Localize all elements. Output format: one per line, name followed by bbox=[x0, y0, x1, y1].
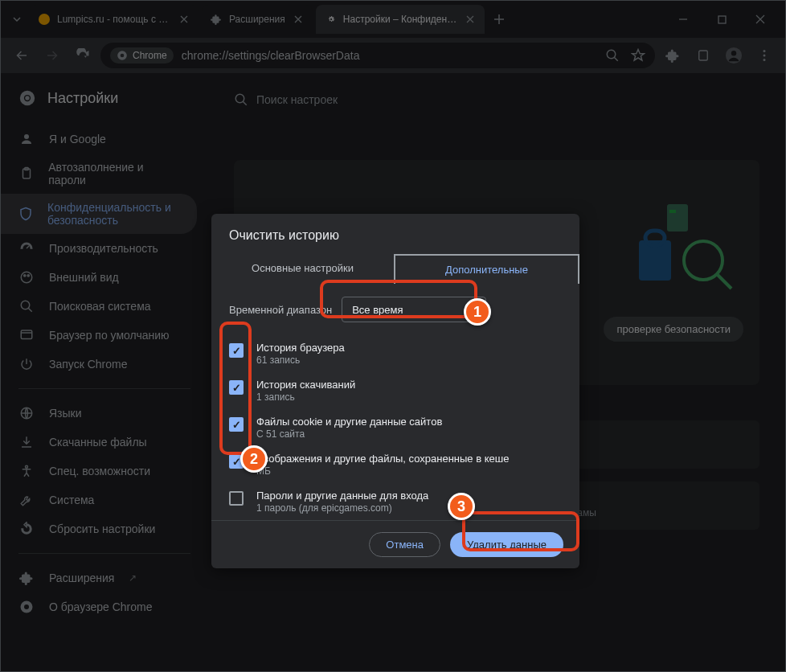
item-title: Файлы cookie и другие данные сайтов bbox=[256, 416, 442, 428]
clear-data-item: Файлы cookie и другие данные сайтовС 51 … bbox=[229, 409, 562, 446]
checkbox[interactable] bbox=[229, 417, 244, 432]
dialog-title: Очистить историю bbox=[211, 214, 579, 254]
checkbox[interactable] bbox=[229, 491, 244, 506]
dialog-footer: Отмена Удалить данные bbox=[211, 520, 579, 568]
checkbox[interactable] bbox=[229, 343, 244, 358]
item-title: История скачиваний bbox=[256, 379, 355, 391]
dialog-tabs: Основные настройки Дополнительные bbox=[211, 254, 579, 284]
time-range-label: Временной диапазон bbox=[229, 304, 332, 316]
item-subtitle: МБ bbox=[256, 465, 509, 477]
item-title: Изображения и другие файлы, сохраненные … bbox=[256, 453, 509, 465]
delete-data-button[interactable]: Удалить данные bbox=[450, 532, 563, 557]
time-range-select[interactable]: Все время bbox=[342, 297, 486, 322]
checkbox[interactable] bbox=[229, 380, 244, 395]
tab-basic[interactable]: Основные настройки bbox=[211, 254, 394, 284]
clear-data-item: История скачиваний1 запись bbox=[229, 372, 562, 409]
clear-history-dialog: Очистить историю Основные настройки Допо… bbox=[211, 214, 579, 568]
clear-data-item: История браузера61 запись bbox=[229, 335, 562, 372]
item-title: Пароли и другие данные для входа bbox=[256, 490, 428, 502]
item-subtitle: 1 запись bbox=[256, 391, 355, 403]
checkbox[interactable] bbox=[229, 454, 244, 469]
time-range-row: Временной диапазон Все время bbox=[211, 284, 579, 335]
select-value: Все время bbox=[352, 304, 403, 316]
item-subtitle: С 51 сайта bbox=[256, 428, 442, 440]
item-subtitle: 1 пароль (для epicgames.com) bbox=[256, 502, 428, 514]
item-title: История браузера bbox=[256, 342, 345, 354]
dialog-items: История браузера61 записьИстория скачива… bbox=[211, 335, 579, 520]
clear-data-item: Пароли и другие данные для входа1 пароль… bbox=[229, 483, 562, 520]
cancel-button[interactable]: Отмена bbox=[369, 532, 440, 557]
item-subtitle: 61 запись bbox=[256, 354, 345, 366]
clear-data-item: Изображения и другие файлы, сохраненные … bbox=[229, 446, 562, 483]
chevron-down-icon bbox=[468, 305, 476, 313]
tab-advanced[interactable]: Дополнительные bbox=[394, 254, 579, 284]
